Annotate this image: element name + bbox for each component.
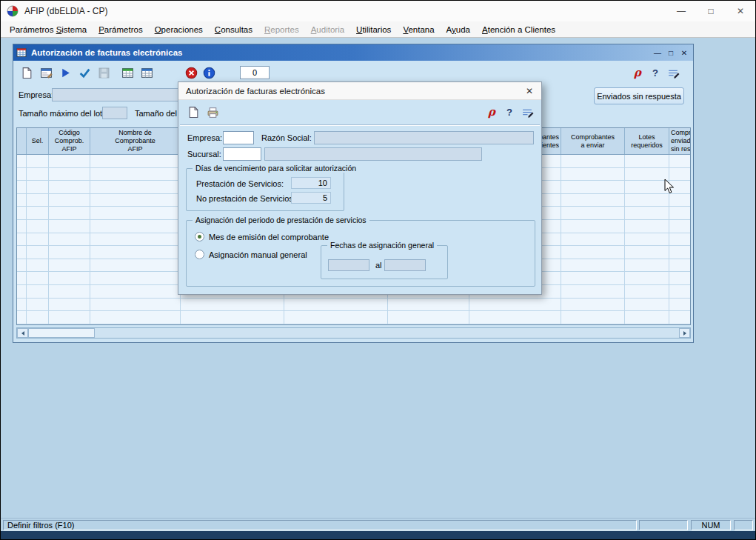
asignacion-group-title: Asignación del periodo de prestación de … [193,216,369,224]
print-button[interactable] [204,103,221,121]
menu-item[interactable]: Parámetros Sistema [4,23,93,36]
mouse-cursor [664,179,675,194]
play-icon [59,67,72,79]
lote2-label: Tamaño del [135,109,177,118]
edit-button[interactable] [665,64,681,81]
edit-button[interactable] [519,103,535,121]
grid-column-header[interactable]: Nombre de Comprobante AFIP [90,128,181,154]
radio-asignacion-manual[interactable]: Asignación manual general [195,250,307,259]
printer-icon [207,106,219,119]
table-green-icon [121,67,134,79]
menu-item: Reportes [258,23,305,36]
sucursal-input[interactable] [223,147,261,161]
no-prestacion-label: No prestación de Servicios: [196,194,295,203]
child-minimize-button[interactable]: — [652,47,663,59]
dialog-close-button[interactable]: ✕ [519,84,540,99]
grid-export-button[interactable] [138,64,155,81]
menu-item[interactable]: Ventana [397,23,440,36]
empresa-label: Empresa: [19,90,53,99]
razon-social-label: Razón Social: [261,133,312,142]
grid-column-header[interactable]: Comprobantes enviados sin respuesta [669,128,691,154]
menu-item[interactable]: Operaciones [149,23,209,36]
no-prestacion-value[interactable]: 5 [291,192,331,204]
properties-button[interactable] [37,64,55,81]
menu-item[interactable]: Parámetros [93,23,148,36]
child-toolbar: 0 ρ ? [13,62,693,83]
new-document-icon [187,106,200,119]
status-bar: Definir filtros (F10) NUM [1,518,755,531]
status-message: Definir filtros (F10) [3,520,637,530]
scroll-left-arrow[interactable] [17,328,28,338]
pen-lines-icon [667,67,680,79]
sucursal-name-field [264,147,482,161]
grid-column-header[interactable]: Comprobantes a enviar [561,128,625,154]
maximize-button[interactable]: □ [696,1,726,21]
radio-mes-label: Mes de emisión del comprobante [209,233,329,241]
pen-lines-icon [521,106,534,119]
status-panel-empty [639,520,688,530]
minimize-button[interactable]: — [666,1,696,21]
help-button[interactable]: ? [647,64,663,81]
grid-column-header[interactable] [17,128,27,154]
window-bottom-edge [1,531,755,539]
menu-item[interactable]: Utilitarios [350,23,397,36]
menu-item[interactable]: Ayuda [441,23,476,36]
child-close-button[interactable]: ✕ [678,47,690,59]
radio-mes-emision[interactable]: Mes de emisión del comprobante [195,232,329,241]
prestacion-label: Prestación de Servicios: [196,179,284,188]
menu-bar: Parámetros SistemaParámetrosOperacionesC… [1,21,755,38]
menu-item[interactable]: Consultas [209,23,258,36]
dialog-title: Autorización de facturas electrónicas [186,87,325,96]
grid-column-header[interactable]: Código Comprob. AFIP [49,128,90,154]
prestacion-value[interactable]: 10 [291,177,331,189]
new-button[interactable] [18,64,36,81]
left-triangle-icon [21,331,24,336]
rho-button[interactable]: ρ [629,64,646,81]
check-icon [78,67,91,79]
vencimiento-group: Días de vencimiento para solicitar autor… [186,168,344,211]
right-triangle-icon [683,331,686,336]
child-titlebar[interactable]: Autorización de facturas electrónicas — … [13,44,693,61]
table-blue-icon [141,67,153,79]
status-panel-empty-2 [734,520,753,530]
radio-manual-label: Asignación manual general [209,250,307,259]
save-icon [98,67,110,79]
menu-item[interactable]: Atención a Clientes [476,23,561,36]
run-button[interactable] [56,64,74,81]
confirm-button[interactable] [76,64,93,81]
grid-view-button[interactable] [118,64,136,81]
grid-column-header[interactable]: Sel. [27,128,49,154]
child-window-controls: — □ ✕ [652,47,690,59]
scroll-right-arrow[interactable] [679,328,690,338]
app-icon [7,5,19,17]
vencimiento-group-title: Días de vencimiento para solicitar autor… [193,164,359,173]
dialog-window: Autorización de facturas electrónicas ✕ [178,81,542,295]
cancel-circle-icon [185,67,198,79]
scroll-thumb[interactable] [28,328,95,338]
form-edit-icon [40,67,53,79]
radio-selected-icon [195,232,204,241]
dialog-titlebar[interactable]: Autorización de facturas electrónicas ✕ [178,82,541,100]
child-maximize-button[interactable]: □ [665,47,677,59]
enviados-sin-respuesta-button[interactable]: Enviados sin respuesta [594,87,684,104]
empresa-label: Empresa: [187,133,222,142]
grid-row[interactable] [17,299,691,312]
grid-column-header[interactable]: Lotes requeridos [625,128,669,154]
num-lock-indicator: NUM [691,520,731,530]
info-circle-button[interactable] [200,64,218,81]
razon-social-field [314,131,534,144]
lote-label: Tamaño máximo del lote: [19,109,109,118]
menu-item: Auditoria [305,23,350,36]
help-button[interactable]: ? [501,103,518,121]
fecha-desde-field [328,259,369,271]
grid-row[interactable] [17,311,691,324]
save-button [95,64,113,81]
horizontal-scrollbar[interactable] [16,327,691,339]
new-document-icon [21,67,33,79]
empresa-input[interactable] [223,131,254,144]
rho-button[interactable]: ρ [484,103,500,121]
new-button[interactable] [184,103,202,121]
cancel-circle-button[interactable] [182,64,200,81]
close-button[interactable]: ✕ [726,1,755,21]
counter-field[interactable]: 0 [240,66,270,79]
